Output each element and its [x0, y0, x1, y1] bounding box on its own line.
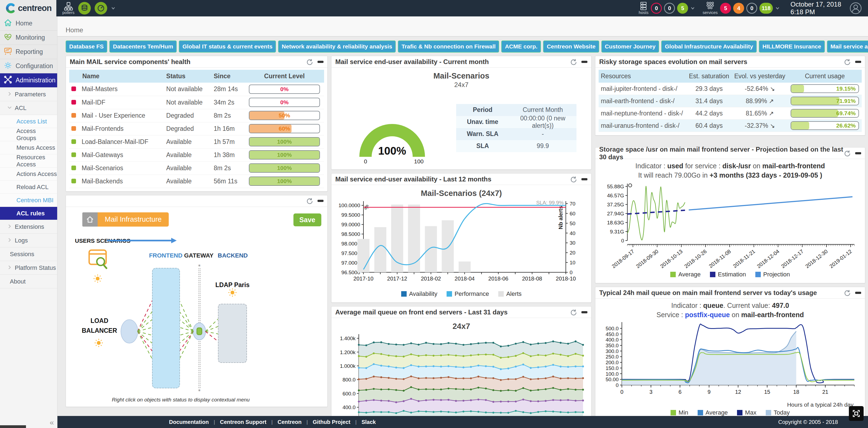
services-chevron-down-icon[interactable]	[775, 6, 780, 10]
svg-text:2018-12-30: 2018-12-30	[804, 249, 829, 269]
refresh-icon[interactable]	[306, 197, 313, 204]
sidebar-item-parameters[interactable]: Parameters	[0, 88, 57, 101]
info-value: 99.9	[509, 142, 577, 150]
sidebar-item-centreon-mbi[interactable]: Centreon MBI	[0, 194, 57, 207]
hosts-icon-block[interactable]: hosts	[639, 2, 648, 15]
tab-global-it-status-current-events[interactable]: Global IT status & current events	[179, 40, 276, 53]
svg-text:350.0: 350.0	[606, 343, 619, 348]
collapse-panel-icon[interactable]	[855, 292, 861, 294]
level-bar-label: 100%	[249, 164, 319, 172]
services-badge-2[interactable]: 0	[746, 3, 757, 14]
map-home-button[interactable]	[82, 212, 98, 227]
trend-down-icon: ↘	[770, 122, 775, 129]
services-badge-0[interactable]: 5	[720, 3, 731, 14]
sidebar-item-label: Actions Access	[17, 170, 57, 178]
sidebar-item-actions-access[interactable]: Actions Access	[0, 168, 57, 181]
collapse-panel-icon[interactable]	[855, 152, 861, 154]
refresh-icon[interactable]	[306, 58, 313, 65]
chevron-right-icon[interactable]	[7, 237, 12, 244]
collapse-panel-icon[interactable]	[581, 178, 587, 180]
refresh-icon[interactable]	[844, 58, 851, 65]
services-badge-3[interactable]: 118	[760, 3, 773, 14]
hosts-chevron-down-icon[interactable]	[690, 6, 695, 10]
level-bar-label: 60%	[249, 124, 319, 133]
sidebar-item-access-list[interactable]: Access List	[0, 115, 57, 128]
refresh-icon[interactable]	[844, 150, 851, 157]
refresh-icon[interactable]	[844, 289, 851, 296]
tab-mail-service-analysis[interactable]: Mail service analysis	[827, 40, 868, 53]
tab-datacenters-tem-hum[interactable]: Datacenters Tem/Hum	[110, 40, 177, 53]
user-avatar[interactable]	[849, 2, 862, 15]
horizontal-scrollbar[interactable]	[0, 425, 26, 428]
sidebar-item-configuration[interactable]: Configuration	[0, 59, 57, 73]
tab-network-availability-reliability-analysis[interactable]: Network availability & reliability analy…	[278, 40, 396, 53]
sidebar-item-acl[interactable]: ACL	[0, 101, 57, 115]
chevron-right-icon[interactable]	[7, 91, 12, 98]
collapse-panel-icon[interactable]	[581, 61, 587, 63]
svg-text:15: 15	[764, 389, 770, 395]
fullscreen-button[interactable]	[849, 406, 864, 421]
centreon-logo[interactable]: centreon	[0, 0, 56, 17]
chevron-right-icon[interactable]	[7, 264, 12, 272]
latency-status-icon[interactable]	[95, 2, 107, 15]
tab-hillmore-insurance[interactable]: HILLMORE Insurance	[759, 40, 825, 53]
sidebar-item-sessions[interactable]: Sessions	[0, 247, 57, 261]
services-icon-block[interactable]: services	[703, 2, 718, 15]
sidebar-item-home[interactable]: Home	[0, 17, 57, 31]
tab-customer-journey[interactable]: Customer Journey	[601, 40, 659, 53]
sidebar-item-about[interactable]: About	[0, 275, 57, 288]
collapse-panel-icon[interactable]	[317, 61, 323, 63]
tab-centreon-website[interactable]: Centreon Website	[543, 40, 599, 53]
sidebar-item-access-groups[interactable]: Access Groups	[0, 128, 57, 141]
backend-zone-box	[218, 304, 247, 363]
refresh-icon[interactable]	[570, 309, 577, 316]
service-name: Mail-Scenarios	[80, 165, 123, 172]
hosts-badge-1[interactable]: 0	[664, 3, 675, 14]
hosts-badge-0[interactable]: 0	[651, 3, 662, 14]
pollers-chevron-down-icon[interactable]	[111, 6, 115, 10]
service-link[interactable]: postfix-queue	[685, 311, 730, 318]
breadcrumb[interactable]: Home	[57, 17, 868, 37]
sidebar-item-extensions[interactable]: Extensions	[0, 220, 57, 234]
sidebar-item-menus-access[interactable]: Menus Access	[0, 141, 57, 154]
sidebar-item-label: Access Groups	[17, 127, 57, 142]
sidebar: HomeMonitoringReportingConfigurationAdmi…	[0, 17, 57, 428]
sidebar-item-platform-status[interactable]: Platform Status	[0, 261, 57, 275]
sidebar-item-resources-access[interactable]: Resources Access	[0, 154, 57, 168]
refresh-icon[interactable]	[570, 58, 577, 65]
evolution-cell: 81.65%↗	[732, 107, 788, 120]
footer-link-centreon-support[interactable]: Centreon Support	[215, 419, 271, 425]
sidebar-collapse-button[interactable]: «	[50, 418, 54, 427]
sidebar-item-acl-rules[interactable]: ACL rules	[0, 207, 57, 220]
sidebar-item-monitoring[interactable]: Monitoring	[0, 31, 57, 45]
collapse-panel-icon[interactable]	[317, 200, 323, 202]
chevron-down-icon[interactable]	[7, 105, 12, 112]
sidebar-item-reporting[interactable]: Reporting	[0, 45, 57, 59]
save-button[interactable]: Save	[293, 213, 321, 226]
svg-text:96.5000: 96.5000	[341, 269, 360, 275]
usage-bar-label: 69.74%	[791, 110, 859, 117]
refresh-icon[interactable]	[570, 176, 577, 183]
tab-global-infrastructure-availability[interactable]: Global Infrastructure Availability	[661, 40, 757, 53]
collapse-panel-icon[interactable]	[581, 311, 587, 313]
sidebar-item-administration[interactable]: Administration	[0, 73, 57, 88]
collapse-panel-icon[interactable]	[855, 61, 861, 63]
sidebar-item-reload-acl[interactable]: Reload ACL	[0, 181, 57, 194]
chevron-right-icon[interactable]	[7, 223, 12, 230]
footer-link-github-project[interactable]: Github Project	[308, 419, 355, 425]
footer-link-documentation[interactable]: Documentation	[164, 419, 214, 425]
hosts-badge-2[interactable]: 5	[677, 3, 688, 14]
database-status-icon[interactable]	[78, 2, 91, 15]
topbar-right-cluster: hosts 005 services	[635, 1, 868, 16]
tab-acme-corp-[interactable]: ACME corp.	[501, 40, 541, 53]
footer-link-slack[interactable]: Slack	[356, 419, 381, 425]
tab-database-fs[interactable]: Database FS	[66, 40, 107, 53]
footer-link-centreon[interactable]: Centreon	[273, 419, 307, 425]
panel-title: Risky storage spaces evolution on mail s…	[599, 58, 747, 66]
services-badge-1[interactable]: 4	[733, 3, 744, 14]
sidebar-item-logs[interactable]: Logs	[0, 234, 57, 247]
pollers-icon[interactable]: pollers	[62, 2, 74, 15]
map-title[interactable]: Mail Infrastructure	[98, 212, 169, 227]
tab-trafic-nb-connection-on-firewall[interactable]: Trafic & Nb connection on Firewall	[398, 40, 499, 53]
legend-label: Max	[745, 409, 756, 416]
